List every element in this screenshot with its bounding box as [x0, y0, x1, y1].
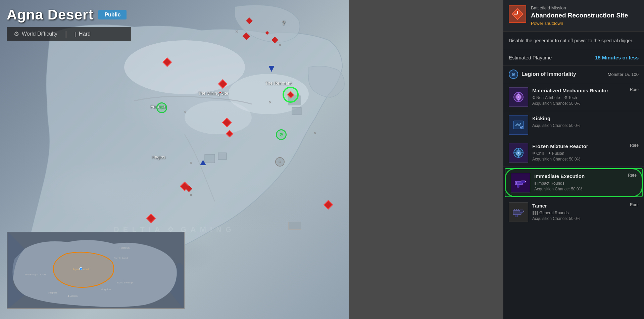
marker-green-2[interactable]: ⚙: [276, 129, 287, 140]
world-difficulty-icon: ⚙: [14, 30, 19, 38]
mission-info: Battlefield Mission Abandoned Reconstruc…: [531, 5, 628, 26]
marker-q-3[interactable]: [247, 18, 252, 23]
item-chance-4: Acquisition Chance: 50.0%: [534, 187, 637, 191]
separator: ‖: [64, 30, 67, 38]
marker-small-r1[interactable]: [273, 38, 277, 42]
marker-cross-3[interactable]: ✕: [268, 100, 272, 105]
attr-fusion: ✦ Fusion: [548, 151, 564, 156]
svg-point-40: [516, 182, 517, 184]
item-details-5: Tamer Rare ‖‖‖ General Rounds Acquisitio…: [532, 202, 639, 221]
marker-blue-1[interactable]: [268, 66, 275, 72]
right-panel: Battlefield Mission Abandoned Reconstruc…: [503, 0, 644, 319]
item-chance-3: Acquisition Chance: 50.0%: [532, 157, 639, 162]
legion-level: Monster Lv. 100: [608, 72, 639, 77]
svg-rect-38: [517, 185, 519, 187]
legion-name: Legion of Immortality: [522, 71, 576, 77]
item-name-1: Materialized Mechanics Reactor: [532, 87, 608, 94]
item-icon-2: [509, 115, 528, 135]
label-hagios: Hagios: [152, 154, 165, 160]
drop-item-3[interactable]: Frozen Mixture Reactor Rare ❄ Chill ✦ Fu…: [503, 139, 644, 167]
legion-info: ⊕ Legion of Immortality: [509, 70, 576, 79]
mission-name: Abandoned Reconstruction Site: [531, 12, 628, 19]
item-attrs-5: ‖‖‖ General Rounds: [532, 211, 639, 215]
marker-blue-2[interactable]: [200, 160, 206, 165]
marker-q-2[interactable]: [244, 34, 249, 39]
svg-text:Sterile Land: Sterile Land: [114, 257, 128, 260]
svg-rect-3: [205, 154, 215, 163]
marker-red-2[interactable]: [219, 81, 226, 87]
item-attrs-4: ‖ Impact Rounds: [534, 181, 637, 186]
svg-text:White-night Gulch: White-night Gulch: [25, 273, 46, 276]
legion-icon: ⊕: [509, 70, 518, 79]
item-chance-1: Acquisition Chance: 50.0%: [532, 101, 639, 106]
item-attrs-3: ❄ Chill ✦ Fusion: [532, 151, 639, 156]
svg-text:Fortress: Fortress: [119, 246, 130, 249]
marker-red-7[interactable]: [148, 215, 154, 222]
item-name-3: Frozen Mixture Reactor: [532, 143, 588, 150]
item-chance-2: Acquisition Chance: 50.0%: [532, 123, 639, 128]
playtime-label: Estimated Playtime: [509, 55, 552, 60]
drop-item-2[interactable]: Kicking Acquisition Chance: 50.0%: [503, 111, 644, 139]
marker-red-5b[interactable]: [187, 186, 191, 191]
public-badge[interactable]: Public: [98, 10, 127, 19]
attr-chill: ❄ Chill: [532, 151, 544, 156]
item-icon-5: [509, 202, 528, 222]
marker-cross-7[interactable]: ✕: [183, 109, 187, 114]
svg-rect-43: [515, 215, 517, 217]
marker-cross-4[interactable]: ✕: [313, 131, 317, 136]
drop-item-5[interactable]: Tamer Rare ‖‖‖ General Rounds Acquisitio…: [503, 198, 644, 226]
item-details-2: Kicking Acquisition Chance: 50.0%: [532, 115, 639, 128]
svg-rect-6: [292, 107, 301, 115]
marker-red-6[interactable]: [325, 201, 332, 208]
item-icon-3: [509, 143, 528, 163]
mission-type: Battlefield Mission: [531, 5, 628, 10]
item-icon-1: [509, 87, 528, 107]
item-name-5: Tamer: [532, 202, 547, 209]
difficulty-value: ‖ Hard: [74, 31, 91, 37]
item-attrs-1: ⊙ Non-Attribute ⚙ Tech: [532, 95, 639, 100]
drop-item-1[interactable]: Materialized Mechanics Reactor Rare ⊙ No…: [503, 83, 644, 111]
marker-gray-circle[interactable]: ⚙: [275, 157, 285, 167]
item-rarity-4: Rare: [628, 173, 637, 178]
mission-subtitle: Power shutdown: [531, 21, 628, 26]
marker-small-r2[interactable]: [266, 32, 268, 34]
marker-green-1[interactable]: ⚙: [156, 102, 167, 113]
item-details-1: Materialized Mechanics Reactor Rare ⊙ No…: [532, 87, 639, 106]
svg-point-16: [80, 267, 82, 270]
selected-marker[interactable]: [283, 87, 299, 103]
marker-cross-1[interactable]: ✕: [235, 29, 239, 34]
marker-cross-5[interactable]: ✕: [189, 193, 193, 197]
legion-section: ⊕ Legion of Immortality Monster Lv. 100: [503, 65, 644, 83]
difficulty-bar: ⚙ World Difficulty ‖ ‖ Hard: [7, 27, 131, 41]
difficulty-label: ⚙ World Difficulty: [14, 30, 57, 38]
marker-red-2b[interactable]: [219, 92, 221, 93]
item-rarity-1: Rare: [630, 87, 639, 92]
item-name-2: Kicking: [532, 115, 550, 122]
marker-cross-2[interactable]: ✕: [278, 42, 282, 48]
marker-gray-sq[interactable]: [288, 222, 301, 230]
item-details-4: Immediate Execution Rare ‖ Impact Rounds…: [534, 173, 637, 191]
svg-rect-37: [521, 181, 525, 183]
svg-point-2: [185, 101, 252, 134]
item-details-3: Frozen Mixture Reactor Rare ❄ Chill ✦ Fu…: [532, 143, 639, 162]
svg-text:Echo Swamp: Echo Swamp: [117, 281, 133, 284]
drop-item-4[interactable]: Immediate Execution Rare ‖ Impact Rounds…: [505, 168, 643, 197]
item-icon-4: [511, 173, 530, 192]
item-chance-5: Acquisition Chance: 50.0%: [532, 216, 639, 221]
mini-map[interactable]: Agna Desert White-night Gulch Sterile La…: [7, 232, 185, 309]
marker-red-3[interactable]: [224, 119, 230, 126]
marker-cross-6[interactable]: ✕: [189, 161, 193, 165]
svg-point-0: [124, 40, 245, 94]
svg-rect-4: [218, 153, 227, 160]
attr-tech: ⚙ Tech: [564, 95, 577, 100]
map-title: Agna Desert: [7, 7, 93, 23]
mission-header: Battlefield Mission Abandoned Reconstruc…: [503, 0, 644, 32]
location-remnant: The Remnant: [265, 81, 292, 86]
marker-q-1[interactable]: ?: [282, 20, 285, 26]
marker-red-1[interactable]: [164, 59, 170, 65]
map-area: Agna Desert Public ⚙ World Difficulty ‖ …: [0, 0, 349, 319]
attr-general: ‖‖‖ General Rounds: [532, 211, 568, 215]
playtime-section: Estimated Playtime 15 Minutes or less: [503, 50, 644, 65]
marker-red-4[interactable]: [227, 131, 232, 136]
svg-point-31: [517, 152, 519, 154]
